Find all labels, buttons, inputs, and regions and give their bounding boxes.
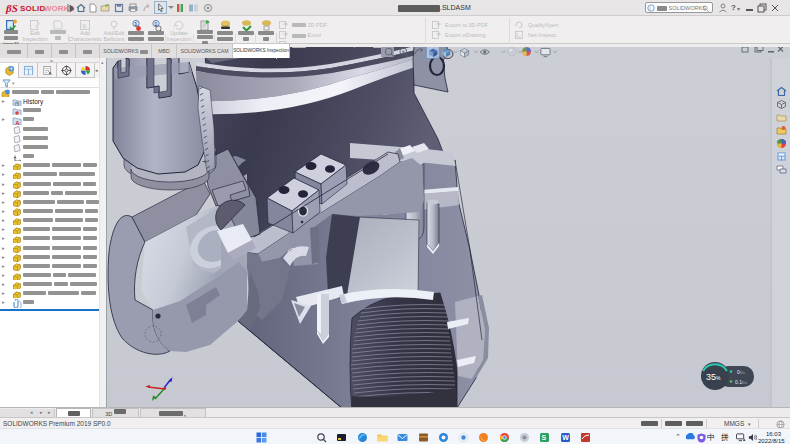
svg-text:W: W xyxy=(562,434,569,441)
svg-text:S: S xyxy=(542,434,547,441)
svg-text:i: i xyxy=(649,6,650,11)
svg-text:SOLID: SOLID xyxy=(20,4,45,13)
svg-text:1: 1 xyxy=(134,21,137,27)
svg-text:βS: βS xyxy=(5,2,18,14)
